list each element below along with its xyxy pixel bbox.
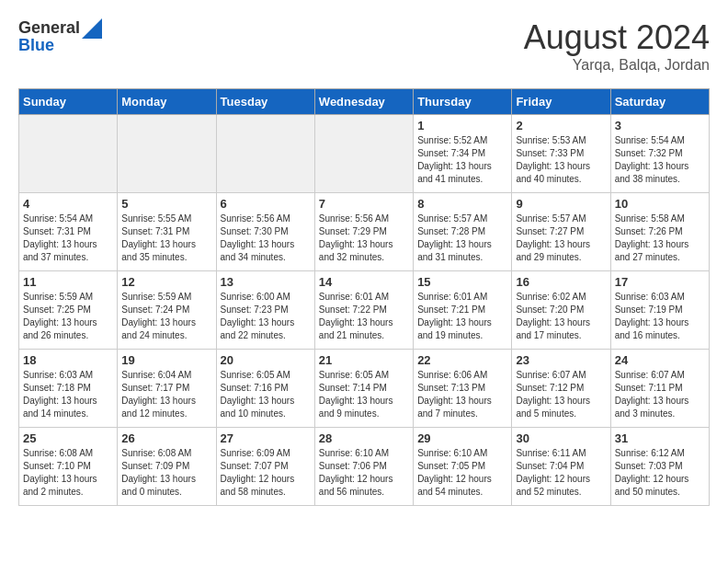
day-number: 11 — [23, 275, 113, 289]
day-info: Sunrise: 5:59 AMSunset: 7:25 PMDaylight:… — [23, 291, 113, 342]
day-info: Sunrise: 6:03 AMSunset: 7:19 PMDaylight:… — [615, 291, 705, 342]
logo-general: General — [18, 19, 80, 38]
calendar-day-cell: 31Sunrise: 6:12 AMSunset: 7:03 PMDayligh… — [610, 428, 709, 506]
day-info: Sunrise: 6:08 AMSunset: 7:09 PMDaylight:… — [121, 447, 211, 499]
calendar-day-cell: 28Sunrise: 6:10 AMSunset: 7:06 PMDayligh… — [314, 428, 413, 506]
weekday-header: Monday — [118, 89, 216, 115]
calendar-header-row: SundayMondayTuesdayWednesdayThursdayFrid… — [19, 89, 710, 115]
title-area: August 2024 Yarqa, Balqa, Jordan — [524, 18, 710, 74]
calendar-week-row: 4Sunrise: 5:54 AMSunset: 7:31 PMDaylight… — [19, 193, 710, 271]
page-header: General Blue August 2024 Yarqa, Balqa, J… — [18, 18, 710, 74]
day-info: Sunrise: 6:05 AMSunset: 7:16 PMDaylight:… — [221, 369, 311, 420]
day-number: 6 — [221, 197, 311, 211]
day-info: Sunrise: 6:05 AMSunset: 7:14 PMDaylight:… — [319, 369, 409, 420]
day-info: Sunrise: 6:07 AMSunset: 7:11 PMDaylight:… — [615, 369, 705, 420]
calendar-week-row: 11Sunrise: 5:59 AMSunset: 7:25 PMDayligh… — [19, 271, 710, 350]
day-number: 5 — [121, 197, 211, 211]
weekday-header: Saturday — [610, 89, 709, 115]
calendar-day-cell: 14Sunrise: 6:01 AMSunset: 7:22 PMDayligh… — [314, 271, 413, 350]
day-info: Sunrise: 6:03 AMSunset: 7:18 PMDaylight:… — [23, 369, 113, 420]
day-number: 26 — [121, 431, 211, 445]
calendar-day-cell — [19, 115, 118, 193]
calendar-day-cell: 1Sunrise: 5:52 AMSunset: 7:34 PMDaylight… — [414, 115, 512, 193]
day-number: 8 — [417, 197, 507, 211]
day-info: Sunrise: 5:58 AMSunset: 7:26 PMDaylight:… — [615, 213, 705, 264]
day-number: 17 — [615, 275, 705, 289]
weekday-header: Thursday — [414, 89, 512, 115]
day-info: Sunrise: 5:57 AMSunset: 7:27 PMDaylight:… — [516, 213, 606, 264]
day-number: 23 — [516, 353, 606, 367]
day-number: 18 — [23, 353, 113, 367]
day-number: 20 — [221, 353, 311, 367]
weekday-header: Sunday — [19, 89, 118, 115]
day-info: Sunrise: 6:10 AMSunset: 7:05 PMDaylight:… — [417, 447, 507, 499]
calendar-week-row: 25Sunrise: 6:08 AMSunset: 7:10 PMDayligh… — [19, 428, 710, 506]
day-info: Sunrise: 5:56 AMSunset: 7:30 PMDaylight:… — [221, 213, 311, 264]
day-number: 29 — [417, 431, 507, 445]
day-info: Sunrise: 6:10 AMSunset: 7:06 PMDaylight:… — [319, 447, 409, 499]
month-title: August 2024 — [524, 18, 710, 57]
day-info: Sunrise: 5:57 AMSunset: 7:28 PMDaylight:… — [417, 213, 507, 264]
calendar-day-cell: 16Sunrise: 6:02 AMSunset: 7:20 PMDayligh… — [512, 271, 610, 350]
calendar-body: 1Sunrise: 5:52 AMSunset: 7:34 PMDaylight… — [19, 115, 710, 506]
calendar-day-cell: 22Sunrise: 6:06 AMSunset: 7:13 PMDayligh… — [414, 350, 512, 428]
calendar-day-cell: 4Sunrise: 5:54 AMSunset: 7:31 PMDaylight… — [19, 193, 118, 271]
calendar-day-cell: 3Sunrise: 5:54 AMSunset: 7:32 PMDaylight… — [610, 115, 709, 193]
day-number: 2 — [516, 119, 606, 132]
calendar-day-cell: 15Sunrise: 6:01 AMSunset: 7:21 PMDayligh… — [414, 271, 512, 350]
calendar-day-cell: 9Sunrise: 5:57 AMSunset: 7:27 PMDaylight… — [512, 193, 610, 271]
logo-blue: Blue — [18, 37, 102, 55]
calendar-day-cell: 27Sunrise: 6:09 AMSunset: 7:07 PMDayligh… — [216, 428, 314, 506]
calendar-day-cell: 30Sunrise: 6:11 AMSunset: 7:04 PMDayligh… — [512, 428, 610, 506]
day-number: 15 — [417, 275, 507, 289]
weekday-header: Friday — [512, 89, 610, 115]
calendar-week-row: 1Sunrise: 5:52 AMSunset: 7:34 PMDaylight… — [19, 115, 710, 193]
calendar-day-cell: 18Sunrise: 6:03 AMSunset: 7:18 PMDayligh… — [19, 350, 118, 428]
day-number: 21 — [319, 353, 409, 367]
calendar-day-cell: 17Sunrise: 6:03 AMSunset: 7:19 PMDayligh… — [610, 271, 709, 350]
day-number: 27 — [221, 431, 311, 445]
day-info: Sunrise: 5:59 AMSunset: 7:24 PMDaylight:… — [121, 291, 211, 342]
day-info: Sunrise: 6:00 AMSunset: 7:23 PMDaylight:… — [221, 291, 311, 342]
day-number: 1 — [417, 119, 507, 132]
day-info: Sunrise: 6:02 AMSunset: 7:20 PMDaylight:… — [516, 291, 606, 342]
calendar-day-cell: 21Sunrise: 6:05 AMSunset: 7:14 PMDayligh… — [314, 350, 413, 428]
logo: General Blue — [18, 18, 102, 55]
calendar-day-cell: 2Sunrise: 5:53 AMSunset: 7:33 PMDaylight… — [512, 115, 610, 193]
day-number: 13 — [221, 275, 311, 289]
calendar-day-cell: 24Sunrise: 6:07 AMSunset: 7:11 PMDayligh… — [610, 350, 709, 428]
calendar-week-row: 18Sunrise: 6:03 AMSunset: 7:18 PMDayligh… — [19, 350, 710, 428]
day-number: 7 — [319, 197, 409, 211]
day-number: 22 — [417, 353, 507, 367]
day-number: 12 — [121, 275, 211, 289]
day-number: 30 — [516, 431, 606, 445]
day-number: 9 — [516, 197, 606, 211]
day-number: 3 — [615, 119, 705, 132]
day-number: 31 — [615, 431, 705, 445]
day-number: 19 — [121, 353, 211, 367]
day-info: Sunrise: 5:52 AMSunset: 7:34 PMDaylight:… — [417, 134, 507, 186]
calendar-day-cell: 26Sunrise: 6:08 AMSunset: 7:09 PMDayligh… — [118, 428, 216, 506]
location-title: Yarqa, Balqa, Jordan — [524, 57, 710, 74]
day-info: Sunrise: 5:54 AMSunset: 7:31 PMDaylight:… — [23, 213, 113, 264]
calendar-day-cell: 20Sunrise: 6:05 AMSunset: 7:16 PMDayligh… — [216, 350, 314, 428]
day-info: Sunrise: 6:01 AMSunset: 7:21 PMDaylight:… — [417, 291, 507, 342]
day-info: Sunrise: 5:54 AMSunset: 7:32 PMDaylight:… — [615, 134, 705, 186]
calendar-day-cell — [314, 115, 413, 193]
day-info: Sunrise: 6:07 AMSunset: 7:12 PMDaylight:… — [516, 369, 606, 420]
calendar-day-cell: 12Sunrise: 5:59 AMSunset: 7:24 PMDayligh… — [118, 271, 216, 350]
calendar-day-cell — [118, 115, 216, 193]
day-number: 10 — [615, 197, 705, 211]
calendar-day-cell: 11Sunrise: 5:59 AMSunset: 7:25 PMDayligh… — [19, 271, 118, 350]
day-info: Sunrise: 6:08 AMSunset: 7:10 PMDaylight:… — [23, 447, 113, 499]
calendar-day-cell — [216, 115, 314, 193]
calendar-day-cell: 23Sunrise: 6:07 AMSunset: 7:12 PMDayligh… — [512, 350, 610, 428]
day-number: 14 — [319, 275, 409, 289]
day-info: Sunrise: 6:12 AMSunset: 7:03 PMDaylight:… — [615, 447, 705, 499]
calendar-day-cell: 10Sunrise: 5:58 AMSunset: 7:26 PMDayligh… — [610, 193, 709, 271]
day-number: 4 — [23, 197, 113, 211]
day-number: 16 — [516, 275, 606, 289]
calendar-day-cell: 6Sunrise: 5:56 AMSunset: 7:30 PMDaylight… — [216, 193, 314, 271]
logo-icon — [82, 18, 102, 39]
day-number: 25 — [23, 431, 113, 445]
